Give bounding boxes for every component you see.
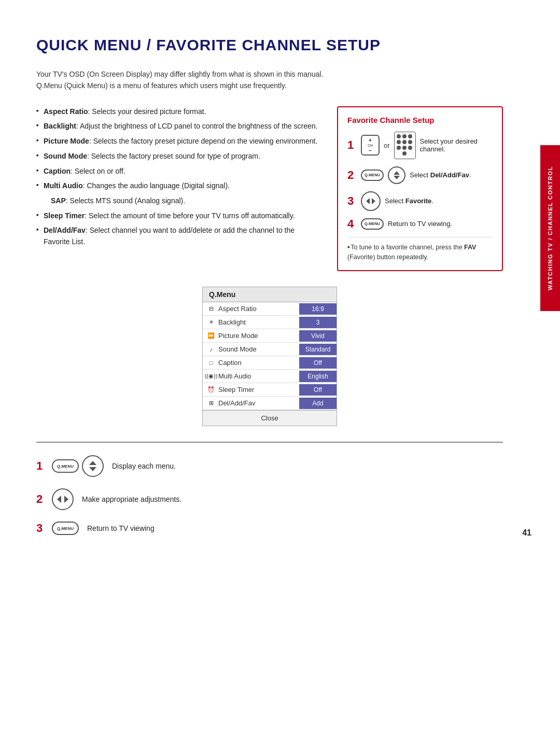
bottom-nav-ud [82,455,104,477]
fav-step-3: 3 Select Favorite. [347,191,493,211]
qmenu-header: Q.Menu [203,287,337,302]
nav-updown-button [388,166,405,184]
qmenu-value-aspect: 16:9 [299,303,337,315]
aspect-icon: ⊟ [207,305,215,313]
list-item-caption: Caption: Select on or off. [36,166,321,177]
qmenu-value-multiaudio: English [299,371,337,382]
qmenu-row-deladd: ⊞ Del/Add/Fav Add [203,397,337,410]
two-col-layout: Aspect Ratio: Selects your desired pictu… [36,106,503,272]
svg-marker-4 [89,461,96,465]
qmenu-value-sleep: Off [299,384,337,396]
bottom-step-2: 2 Make appropriate adjustments. [36,488,503,510]
backlight-icon: ✳ [207,319,215,326]
qmenu-row-picture: ⏩ Picture Mode Vivid [203,329,337,343]
qmenu-label-aspect: Aspect Ratio [218,305,257,313]
qmenu-label-sound: Sound Mode [218,345,257,353]
sleep-icon: ⏰ [207,386,215,393]
qmenu-row-caption: □ Caption Off [203,356,337,370]
qmenu-button-2: Q.MENU [361,170,384,181]
qmenu-container: Q.Menu ⊟ Aspect Ratio 16:9 ✳ Backlight 3 [36,287,503,426]
page-number: 41 [522,528,531,538]
list-item-sleep: Sleep Timer: Select the amount of time b… [36,210,321,222]
bottom-steps: 1 Q.MENU Display each menu. 2 [36,455,503,535]
qmenu-row-aspect: ⊟ Aspect Ratio 16:9 [203,302,337,316]
list-item-sap: SAP: Selects MTS sound (Analog signal). [36,195,321,207]
list-item-aspect: Aspect Ratio: Selects your desired pictu… [36,106,321,118]
qmenu-row-sound: ♪ Sound Mode Standard [203,343,337,356]
qmenu-value-sound: Standard [299,344,337,355]
or-text: or [384,142,390,149]
fav-step-1-text: Select your desired channel. [420,137,493,153]
qmenu-row-sleep: ⏰ Sleep Timer Off [203,383,337,397]
list-item-backlight: Backlight: Adjust the brightness of LCD … [36,121,321,132]
bottom-step-3: 3 Q.MENU Return to TV viewing [36,522,503,535]
qmenu-value-deladd: Add [299,398,337,409]
multiaudio-icon: ((◉)) [207,373,215,380]
svg-marker-5 [89,467,96,471]
qmenu-box: Q.Menu ⊟ Aspect Ratio 16:9 ✳ Backlight 3 [202,287,337,426]
fav-step-4: 4 Q.MENU Return to TV viewing. [347,218,493,230]
bottom-step-1-text: Display each menu. [112,462,176,470]
bottom-step-3-text: Return to TV viewing [87,524,155,532]
bottom-qmenu-button-1: Q.MENU [52,459,79,473]
nav-lr-button [361,191,381,211]
bottom-step-3-icons: Q.MENU [52,522,79,535]
qmenu-value-caption: Off [299,357,337,369]
fav-step-1: 1 + CH − or [347,132,493,159]
qmenu-label-picture: Picture Mode [218,332,258,340]
numpad-button [394,132,416,159]
list-item-sound: Sound Mode: Selects the factory preset s… [36,151,321,162]
intro-line2: Q.Menu (Quick Menu) is a menu of feature… [36,80,503,91]
fav-step-2: 2 Q.MENU Select Del/Add/Fav. [347,166,493,184]
feature-list: Aspect Ratio: Selects your desired pictu… [36,106,321,248]
qmenu-label-deladd: Del/Add/Fav [218,399,256,407]
picture-icon: ⏩ [207,332,215,340]
qmenu-label-sleep: Sleep Timer [218,386,254,393]
fav-box-title: Favorite Channle Setup [347,116,493,124]
sound-icon: ♪ [207,346,215,353]
fav-channel-box: Favorite Channle Setup 1 + CH − or [337,106,503,272]
list-item-multiaudio: Multi Audio: Changes the audio language … [36,180,321,192]
deladd-icon: ⊞ [207,400,215,407]
page-container: WATCHING TV / CHANNEL CONTROL QUICK MENU… [0,0,560,566]
qmenu-button-4: Q.MENU [361,218,384,230]
page-title: QUICK MENU / FAVORITE CHANNEL SETUP [36,36,503,54]
qmenu-label-caption: Caption [218,359,242,367]
svg-marker-2 [366,198,370,204]
feature-list-col: Aspect Ratio: Selects your desired pictu… [36,106,321,251]
qmenu-row-multiaudio: ((◉)) Multi Audio English [203,370,337,383]
bottom-step-1-icons: Q.MENU [52,455,104,477]
favorite-setup-box: Favorite Channle Setup 1 + CH − or [337,106,503,272]
list-item-picture: Picture Mode: Selects the factory preset… [36,136,321,147]
bottom-step-2-icons [52,488,74,510]
qmenu-row-backlight: ✳ Backlight 3 [203,316,337,329]
svg-marker-0 [394,171,400,175]
svg-marker-1 [394,176,400,179]
fav-step-2-text: Select Del/Add/Fav. [410,171,471,179]
fav-note: To tune to a favorite channel, press the… [347,237,493,262]
fav-step-3-text: Select Favorite. [385,197,433,205]
qmenu-label-multiaudio: Multi Audio [218,372,251,380]
qmenu-close-button[interactable]: Close [203,410,337,426]
qmenu-label-backlight: Backlight [218,318,246,326]
side-tab: WATCHING TV / CHANNEL CONTROL [540,145,560,311]
fav-step-4-text: Return to TV viewing. [388,220,452,228]
intro-line1: Your TV's OSD (On Screen Display) may di… [36,68,503,80]
ch-button: + CH − [361,135,380,156]
list-item-deladd: Del/Add/Fav: Select channel you want to … [36,225,321,247]
bottom-qmenu-button-3: Q.MENU [52,522,79,535]
svg-marker-6 [57,496,61,503]
bottom-divider [36,442,503,443]
qmenu-value-picture: Vivid [299,330,337,342]
caption-icon: □ [207,359,215,367]
bottom-nav-lr [52,488,74,510]
bottom-step-2-text: Make appropriate adjustments. [82,495,181,503]
intro-text: Your TV's OSD (On Screen Display) may di… [36,68,503,92]
qmenu-value-backlight: 3 [299,317,337,328]
svg-marker-3 [372,198,375,204]
bottom-step-1: 1 Q.MENU Display each menu. [36,455,503,477]
svg-marker-7 [64,496,68,503]
